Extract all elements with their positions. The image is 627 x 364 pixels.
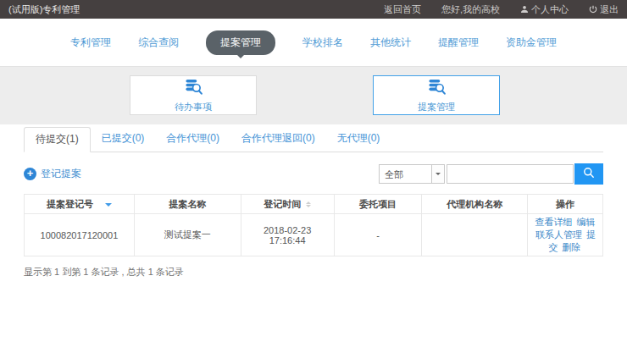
table-header-row: 提案登记号 提案名称 登记时间 委托项目 代理机构名称 操作 [25,195,603,214]
app-title: (试用版)专利管理 [8,3,80,16]
tab-coop-agency-returned[interactable]: 合作代理退回(0) [230,127,326,152]
tab-no-agency[interactable]: 无代理(0) [326,127,391,152]
tab-coop-agency[interactable]: 合作代理(0) [155,127,230,152]
nav-item-school-ranking[interactable]: 学校排名 [302,36,343,50]
profile-link[interactable]: 个人中心 [520,3,569,16]
main-nav: 专利管理 综合查阅 提案管理 学校排名 其他统计 提醒管理 资助金管理 [0,19,627,66]
cell-register-time: 2018-02-23 17:16:44 [241,214,334,256]
quick-access-band: 待办事项 提案管理 [0,66,627,124]
sort-both-icon [306,199,311,210]
search-button[interactable] [574,163,603,185]
cell-agency-name [422,214,528,256]
nav-item-subsidy-mgmt[interactable]: 资助金管理 [506,36,557,50]
edit-link[interactable]: 编辑 [577,217,596,227]
cell-entrusted-project: - [334,214,422,256]
status-tabs: 待提交(1) 已提交(0) 合作代理(0) 合作代理退回(0) 无代理(0) [24,127,603,152]
card-proposal-mgmt[interactable]: 提案管理 [373,75,500,115]
contact-mgmt-link[interactable]: 联系人管理 [535,229,582,240]
nav-item-reminder-mgmt[interactable]: 提醒管理 [438,36,479,50]
table-row: 100082017120001 测试提案一 2018-02-23 17:16:4… [25,214,603,256]
database-search-icon [183,78,203,99]
card-todo-items[interactable]: 待办事项 [130,75,257,115]
sort-desc-icon [105,203,112,210]
user-icon [520,5,529,14]
nav-item-proposal-mgmt-active[interactable]: 提案管理 [206,30,275,55]
col-header-actions: 操作 [528,195,603,214]
register-proposal-button[interactable]: + 登记提案 [24,167,81,181]
content-area: 待提交(1) 已提交(0) 合作代理(0) 合作代理退回(0) 无代理(0) +… [0,127,627,279]
col-header-entrusted-project[interactable]: 委托项目 [334,195,422,214]
search-input[interactable] [447,164,574,184]
nav-item-other-stats[interactable]: 其他统计 [370,36,411,50]
col-header-agency-name[interactable]: 代理机构名称 [422,195,528,214]
chevron-down-icon [431,165,444,183]
toolbar: + 登记提案 全部 [24,163,603,185]
filter-select[interactable]: 全部 [379,164,445,184]
topbar: (试用版)专利管理 返回首页 您好,我的高校 个人中心 退出 [0,0,627,19]
search-icon [582,166,596,182]
database-search-icon [426,78,447,99]
col-header-proposal-id[interactable]: 提案登记号 [25,195,135,214]
card-label: 待办事项 [175,101,212,113]
logout-link[interactable]: 退出 [589,3,619,16]
view-detail-link[interactable]: 查看详细 [535,217,573,227]
tab-submitted[interactable]: 已提交(0) [91,127,156,152]
cell-proposal-id: 100082017120001 [25,214,135,256]
greeting-text: 您好,我的高校 [441,3,500,16]
delete-link[interactable]: 删除 [563,242,581,252]
nav-item-comprehensive-query[interactable]: 综合查阅 [138,36,179,50]
col-header-register-time[interactable]: 登记时间 [241,195,334,214]
tab-pending-submit[interactable]: 待提交(1) [24,127,91,152]
record-summary: 显示第 1 到第 1 条记录 , 总共 1 条记录 [24,266,603,279]
cell-actions: 查看详细 编辑 联系人管理 提交 删除 [528,214,603,256]
col-header-proposal-name[interactable]: 提案名称 [134,195,241,214]
search-bar: 全部 [379,163,603,185]
logout-icon [589,5,597,14]
card-label: 提案管理 [418,101,455,113]
nav-item-patent-mgmt[interactable]: 专利管理 [70,36,111,50]
plus-icon: + [24,168,36,180]
cell-proposal-name: 测试提案一 [134,214,241,256]
home-link[interactable]: 返回首页 [384,3,421,16]
proposal-table: 提案登记号 提案名称 登记时间 委托项目 代理机构名称 操作 [24,194,603,256]
